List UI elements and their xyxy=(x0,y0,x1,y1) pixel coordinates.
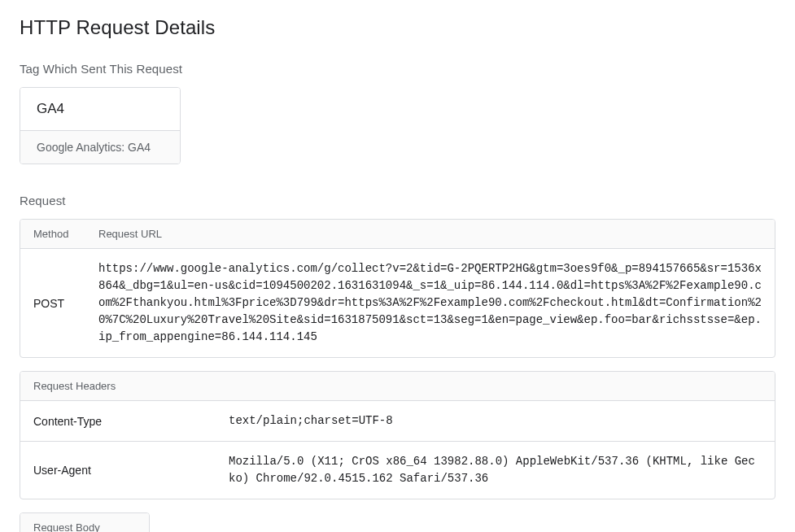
request-headers-title: Request Headers xyxy=(20,372,775,401)
request-url-header: Request URL xyxy=(85,220,775,249)
request-body-card: Request Body None xyxy=(20,512,150,532)
request-method-header: Method xyxy=(20,220,85,249)
request-row: POST https://www.google-analytics.com/g/… xyxy=(20,249,775,357)
request-headers-table: Request Headers Content-Type text/plain;… xyxy=(20,371,775,499)
header-row: User-Agent Mozilla/5.0 (X11; CrOS x86_64… xyxy=(20,442,775,499)
header-value: Mozilla/5.0 (X11; CrOS x86_64 13982.88.0… xyxy=(216,442,775,499)
header-row: Content-Type text/plain;charset=UTF-8 xyxy=(20,401,775,442)
tag-section-title: Tag Which Sent This Request xyxy=(20,62,775,76)
page-title: HTTP Request Details xyxy=(20,16,775,39)
header-name: Content-Type xyxy=(20,401,216,442)
tag-card[interactable]: GA4 Google Analytics: GA4 xyxy=(20,87,181,164)
tag-type: Google Analytics: GA4 xyxy=(20,130,180,164)
request-body-title: Request Body xyxy=(20,513,149,532)
request-table: Method Request URL POST https://www.goog… xyxy=(20,219,775,358)
tag-name: GA4 xyxy=(20,88,180,130)
header-value: text/plain;charset=UTF-8 xyxy=(216,401,775,442)
request-method-value: POST xyxy=(20,249,85,357)
request-url-value: https://www.google-analytics.com/g/colle… xyxy=(85,249,775,357)
request-section-title: Request xyxy=(20,194,775,207)
header-name: User-Agent xyxy=(20,442,216,499)
